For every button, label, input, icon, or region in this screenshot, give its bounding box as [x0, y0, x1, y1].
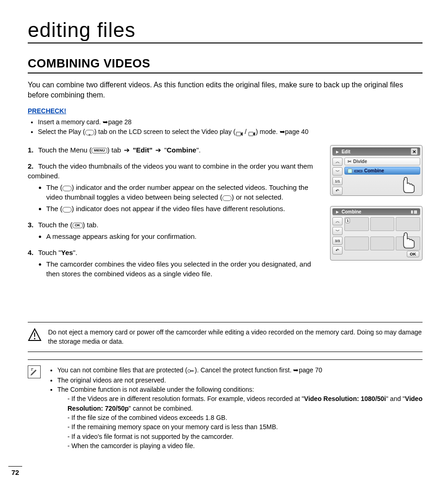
go-icon: ➥	[293, 366, 299, 374]
video-sd-icon	[248, 130, 256, 135]
text: Select the Play (	[38, 128, 85, 135]
check-indicator-icon	[222, 195, 232, 201]
label: Combine	[364, 168, 384, 173]
touch-hand-icon	[400, 175, 421, 194]
text: The Combine function is not available un…	[57, 386, 254, 393]
label: Divide	[353, 159, 367, 164]
page-ref: page 70	[299, 366, 322, 374]
ok-button-icon: OK	[73, 223, 83, 228]
text: Touch the Menu (	[38, 146, 92, 154]
steps-list: 1. Touch the Menu (MENU) tab ➔ "Edit" ➔ …	[28, 145, 318, 279]
combine-thumbnails-screenshot: ► Combine ▮ ▥ ︿ ﹀ 3/3 ↶ 1	[330, 206, 423, 261]
text: You can not combine files that are prote…	[57, 366, 187, 374]
text: ".	[73, 249, 78, 256]
step-3: 3. Touch the (OK) tab. A message appears…	[28, 220, 318, 241]
step-2: 2. Touch the video thumbnails of the vid…	[28, 161, 318, 213]
play-icon: ►	[335, 209, 340, 214]
ok-button: OK	[407, 251, 420, 257]
screen-title: Edit	[342, 149, 350, 154]
page-ref: page 40	[285, 128, 309, 135]
step-sub: A message appears asking for your confir…	[46, 231, 318, 241]
note-sub: When the camcorder is playing a video fi…	[67, 441, 423, 450]
step-number: 4.	[28, 249, 34, 256]
step-number: 2.	[28, 162, 34, 170]
step-1: 1. Touch the Menu (MENU) tab ➔ "Edit" ➔ …	[28, 145, 318, 155]
pager-label: 3/3	[332, 237, 343, 245]
menu-item: Combine	[166, 146, 196, 154]
edit-menu-screenshot: ► Edit ✕ ︿ ﹀ 1/1 ↶ ✂ Divide	[330, 145, 423, 196]
menu-button-icon: MENU	[92, 148, 107, 153]
up-icon: ︿	[332, 217, 343, 225]
step-4: 4. Touch "Yes". The camcorder combines t…	[28, 248, 318, 279]
button-label: Yes	[61, 249, 73, 256]
note-sub: If the file size of the combined videos …	[67, 413, 423, 422]
close-icon: ✕	[411, 148, 417, 155]
text: Touch the (	[38, 221, 72, 229]
svg-marker-2	[241, 132, 243, 136]
text: /	[243, 128, 249, 135]
menu-item-divide: ✂ Divide	[344, 158, 420, 165]
card-battery-icon: ▮ ▥	[411, 210, 417, 214]
text: The (	[46, 183, 62, 191]
svg-rect-9	[190, 370, 194, 371]
play-tab-icon	[85, 130, 94, 135]
notes-list: You can not combine files that are prote…	[47, 365, 423, 450]
down-icon: ﹀	[332, 167, 343, 176]
divide-icon: ✂	[348, 159, 351, 164]
text: ) mode.	[256, 128, 279, 135]
step-sub: The () indicator does not appear if the …	[46, 204, 318, 213]
video-thumbnail	[370, 237, 395, 250]
precheck-list: Insert a memory card. ➥page 28 Select th…	[28, 117, 423, 137]
video-thumbnail: 1	[344, 217, 369, 231]
text: If the Videos are in different resolutio…	[72, 395, 304, 402]
text: ) tab.	[83, 221, 98, 229]
note-sub: If the Videos are in different resolutio…	[67, 394, 423, 413]
arrow-right-icon: ➔	[155, 146, 161, 154]
go-icon: ➥	[280, 128, 285, 135]
pager-label: 1/1	[332, 177, 343, 185]
step-sub: The () indicator and the order number ap…	[46, 182, 318, 202]
intro-paragraph: You can combine two different videos. As…	[28, 80, 423, 100]
page-ref: page 28	[108, 118, 132, 126]
back-icon: ↶	[332, 187, 343, 195]
go-icon: ➥	[103, 118, 108, 126]
touch-hand-icon	[400, 231, 421, 249]
play-icon: ►	[335, 149, 340, 154]
text: ) tab on the LCD screen to select the Vi…	[94, 128, 236, 135]
precheck-label: PRECHECK!	[28, 107, 423, 115]
text: Insert a memory card.	[38, 118, 103, 126]
screen-title: Combine	[342, 209, 361, 214]
video-thumbnail	[370, 217, 395, 231]
text: The (	[46, 205, 62, 213]
check-indicator-icon	[62, 207, 72, 213]
note-sub: If a video's file format is not supporte…	[67, 432, 423, 441]
resolution: Video Resolution: 1080/50i	[304, 395, 386, 402]
chapter-title: editing files	[28, 18, 423, 43]
check-icon	[348, 169, 352, 173]
order-badge: 1	[345, 218, 350, 223]
step-number: 1.	[28, 146, 34, 154]
svg-rect-3	[249, 132, 253, 136]
note-item: The original videos are not preserved.	[57, 376, 423, 385]
precheck-item: Select the Play () tab on the LCD screen…	[38, 127, 423, 137]
text: " and "	[386, 395, 405, 402]
section-title: COMBINING VIDEOS	[28, 56, 423, 73]
notes-box: You can not combine files that are prote…	[28, 359, 423, 450]
arrow-right-icon: ➔	[124, 146, 130, 154]
menu-path: "Edit"	[131, 146, 154, 154]
warning-icon	[28, 328, 42, 342]
svg-point-7	[34, 338, 36, 340]
note-icon	[28, 365, 41, 378]
warning-box: Do not eject a memory card or power off …	[28, 322, 423, 352]
text: ) tab	[107, 146, 123, 154]
video-thumbnail	[344, 237, 369, 250]
text: Touch the video thumbnails of the videos…	[28, 162, 313, 180]
precheck-item: Insert a memory card. ➥page 28	[38, 117, 423, 127]
text: ) indicator does not appear if the video…	[72, 205, 285, 213]
text: ). Cancel the protect function first.	[195, 366, 293, 374]
text: ) or not selected.	[232, 193, 283, 201]
page-number: 72	[8, 466, 22, 476]
note-sub: If the remaining memory space on your me…	[67, 422, 423, 431]
svg-marker-0	[89, 134, 91, 136]
check-indicator-icon	[62, 186, 72, 191]
